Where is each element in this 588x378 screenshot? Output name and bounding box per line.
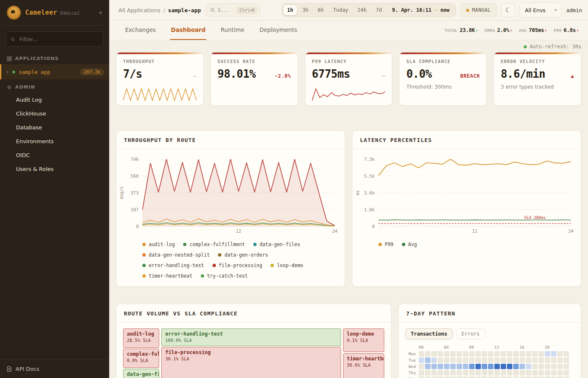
time-range-7d[interactable]: 7d: [372, 5, 386, 16]
sidebar-collapse-button[interactable]: «: [99, 9, 102, 16]
heatmap-cell[interactable]: [545, 376, 550, 378]
sidebar-item-clickhouse[interactable]: ClickHouse: [0, 107, 109, 121]
legend-item-p99[interactable]: P99: [378, 242, 394, 247]
heatmap-cell[interactable]: [431, 370, 437, 375]
heatmap-cell[interactable]: [425, 376, 430, 378]
heatmap-cell[interactable]: [438, 364, 443, 369]
heatmap-cell[interactable]: [475, 364, 481, 369]
heatmap-cell[interactable]: [419, 376, 424, 378]
heatmap-cell[interactable]: [564, 376, 569, 378]
heatmap-cell[interactable]: [475, 357, 481, 363]
heatmap-cell[interactable]: [532, 364, 538, 369]
time-range-3h[interactable]: 3h: [298, 5, 312, 16]
filter-input[interactable]: [19, 36, 99, 43]
heatmap-cell[interactable]: [463, 370, 468, 375]
treemap-tile-complex-fulfil[interactable]: complex-fulfil...0.0% SLA: [123, 349, 159, 368]
heatmap-cell[interactable]: [425, 364, 430, 369]
time-range-24h[interactable]: 24h: [353, 5, 371, 16]
heatmap-cell[interactable]: [557, 376, 563, 378]
heatmap-cell[interactable]: [545, 370, 550, 375]
treemap-tile-data-gen-files[interactable]: data-gen-files100.0% SLA: [123, 369, 159, 378]
heatmap-cell[interactable]: [532, 376, 538, 378]
heatmap-cell[interactable]: [469, 376, 475, 378]
heatmap-cell[interactable]: [425, 351, 430, 357]
heatmap-cell[interactable]: [419, 370, 424, 375]
heatmap-cell[interactable]: [488, 364, 494, 369]
legend-item-loop-demo[interactable]: loop-demo: [270, 262, 303, 268]
legend-item-data-gen-orders[interactable]: data-gen-orders: [218, 252, 268, 258]
breadcrumb-root[interactable]: All Applications: [118, 7, 160, 13]
heatmap-cell[interactable]: [475, 370, 481, 375]
heatmap-cell[interactable]: [438, 351, 443, 357]
heatmap-cell[interactable]: [425, 370, 430, 375]
heatmap-cell[interactable]: [494, 364, 500, 369]
manual-refresh-button[interactable]: MANUAL: [460, 3, 497, 17]
heatmap-cell[interactable]: [551, 370, 556, 375]
heatmap-cell[interactable]: [526, 376, 531, 378]
heatmap-cell[interactable]: [557, 357, 563, 363]
heatmap-cell[interactable]: [431, 351, 437, 357]
heatmap-cell[interactable]: [469, 357, 475, 363]
theme-toggle-button[interactable]: ☾: [501, 3, 515, 17]
heatmap-cell[interactable]: [457, 364, 462, 369]
heatmap-cell[interactable]: [469, 364, 475, 369]
heatmap-cell[interactable]: [551, 376, 556, 378]
heatmap-cell[interactable]: [425, 357, 430, 363]
legend-item-file-processing[interactable]: file-processing: [213, 262, 262, 268]
api-docs-link[interactable]: API Docs: [16, 366, 39, 372]
heatmap-cell[interactable]: [538, 364, 544, 369]
heatmap-cell[interactable]: [469, 351, 475, 357]
heatmap-cell[interactable]: [507, 351, 512, 357]
legend-item-data-gen-nested-split[interactable]: data-gen-nested-split: [142, 252, 210, 258]
heatmap-cell[interactable]: [557, 364, 563, 369]
heatmap-cell[interactable]: [494, 357, 500, 363]
heatmap-cell[interactable]: [520, 357, 525, 363]
tab-deployments[interactable]: Deployments: [259, 21, 298, 40]
heatmap-cell[interactable]: [444, 364, 449, 369]
time-range-today[interactable]: Today: [329, 5, 352, 16]
heatmap-cell[interactable]: [482, 351, 487, 357]
heatmap-cell[interactable]: [450, 370, 456, 375]
legend-item-timer-heartbeat[interactable]: timer-heartbeat: [142, 273, 192, 279]
heatmap-cell[interactable]: [488, 357, 494, 363]
heatmap-cell[interactable]: [463, 376, 468, 378]
tab-exchanges[interactable]: Exchanges: [124, 21, 157, 40]
heatmap-cell[interactable]: [431, 376, 437, 378]
heatmap-cell[interactable]: [507, 357, 512, 363]
heatmap-cell[interactable]: [482, 370, 487, 375]
time-range-1h[interactable]: 1h: [283, 5, 297, 16]
treemap-tile-error-handling-test[interactable]: error-handling-test100.0% SLA: [161, 328, 341, 346]
heatmap-cell[interactable]: [551, 351, 556, 357]
sidebar-item-environments[interactable]: Environments: [0, 134, 109, 148]
heatmap-cell[interactable]: [438, 376, 443, 378]
tab-runtime[interactable]: Runtime: [220, 21, 245, 40]
global-search[interactable]: S... Ctrl+K: [206, 3, 260, 17]
heatmap-cell[interactable]: [419, 357, 424, 363]
heatmap-cell[interactable]: [501, 376, 506, 378]
heatmap-cell[interactable]: [545, 351, 550, 357]
heatmap-cell[interactable]: [507, 370, 512, 375]
legend-item-avg[interactable]: Avg: [402, 242, 417, 247]
heatmap-cell[interactable]: [494, 376, 500, 378]
heatmap-cell[interactable]: [463, 357, 468, 363]
heatmap-cell[interactable]: [538, 370, 544, 375]
heatmap-cell[interactable]: [482, 364, 487, 369]
heatmap-cell[interactable]: [457, 357, 462, 363]
legend-item-data-gen-files[interactable]: data-gen-files: [253, 242, 300, 247]
heatmap-cell[interactable]: [520, 351, 525, 357]
tab-dashboard[interactable]: Dashboard: [170, 21, 206, 40]
heatmap-cell[interactable]: [431, 357, 437, 363]
heatmap-cell[interactable]: [419, 351, 424, 357]
treemap-tile-audit-log[interactable]: audit-log28.5% SLA: [123, 328, 159, 348]
heatmap-cell[interactable]: [501, 357, 506, 363]
heatmap-cell[interactable]: [450, 364, 456, 369]
heatmap-cell[interactable]: [545, 364, 550, 369]
heatmap-cell[interactable]: [494, 351, 500, 357]
heatmap-cell[interactable]: [564, 364, 569, 369]
treemap-tile-file-processing[interactable]: file-processing30.1% SLA: [161, 347, 341, 378]
heatmap-cell[interactable]: [438, 357, 443, 363]
heatmap-cell[interactable]: [469, 370, 475, 375]
heatmap-cell[interactable]: [501, 370, 506, 375]
sidebar-item-audit-log[interactable]: Audit Log: [0, 93, 109, 107]
heatmap-cell[interactable]: [526, 364, 531, 369]
